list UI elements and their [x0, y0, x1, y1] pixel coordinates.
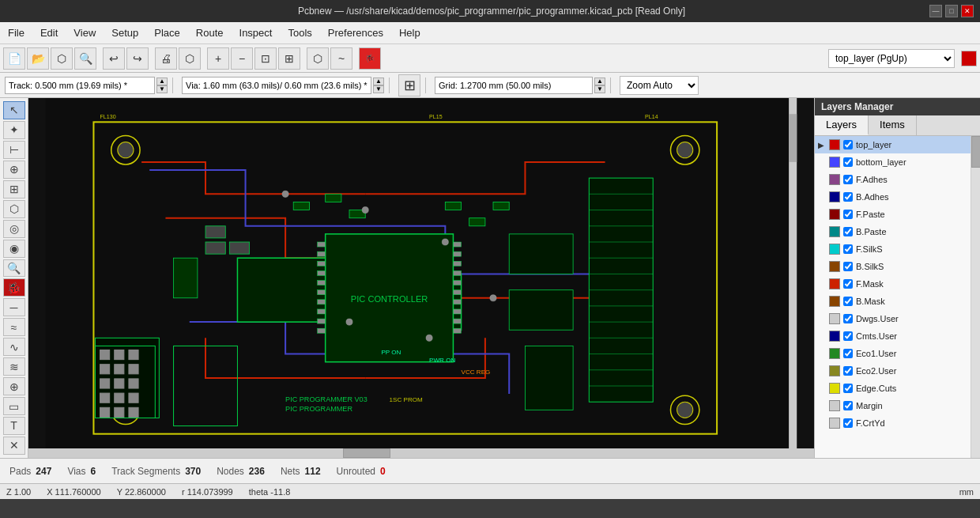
layer-color-btn[interactable]: [961, 51, 977, 66]
ratsnest-button[interactable]: ~: [330, 47, 352, 70]
layer-checkbox-Eco1.User[interactable]: [843, 349, 853, 358]
menu-edit[interactable]: Edit: [32, 24, 66, 42]
new-button[interactable]: 📄: [3, 47, 25, 70]
redo-button[interactable]: ↪: [126, 47, 149, 70]
print-button[interactable]: 🖨: [155, 47, 177, 70]
layer-checkbox-Eco2.User[interactable]: [843, 366, 853, 376]
grid-down[interactable]: ▼: [594, 85, 605, 93]
via-size-input[interactable]: [182, 77, 371, 94]
menu-tools[interactable]: Tools: [280, 24, 319, 42]
menu-inspect[interactable]: Inspect: [232, 24, 281, 42]
zoom-select[interactable]: Zoom Auto Zoom In Zoom Out: [620, 76, 699, 95]
ratsnest-toggle[interactable]: ⊞: [398, 74, 420, 96]
grid-up[interactable]: ▲: [594, 78, 605, 85]
layer-row-f-mask[interactable]: F.Mask: [815, 275, 971, 293]
via-size-up[interactable]: ▲: [373, 78, 384, 85]
highlight-tool[interactable]: ✦: [3, 121, 25, 139]
horizontal-scroll-thumb[interactable]: [343, 448, 390, 458]
pcb-canvas-area[interactable]: PIC CONTROLLER PIC PROGRAMMER V03 PIC PR…: [28, 98, 814, 458]
layer-row-b-paste[interactable]: B.Paste: [815, 223, 971, 240]
track-width-up[interactable]: ▲: [156, 78, 168, 85]
layer-checkbox-F.SilkS[interactable]: [843, 244, 853, 254]
add-via-tool[interactable]: ⊕: [3, 377, 25, 395]
open-button[interactable]: 📂: [27, 47, 49, 70]
zoom-to-fit-button[interactable]: 🔍: [74, 47, 96, 70]
layer-checkbox-Cmts.User[interactable]: [843, 331, 853, 341]
layer-row-edge-cuts[interactable]: Edge.Cuts: [815, 380, 971, 397]
grid-tool[interactable]: ⊞: [3, 180, 25, 199]
grid-input[interactable]: [435, 77, 593, 94]
layers-scroll-thumb[interactable]: [971, 136, 980, 168]
select-tool[interactable]: ↖: [3, 101, 25, 119]
local-coord-tool[interactable]: ⊕: [3, 161, 25, 179]
close-button[interactable]: ✕: [961, 5, 974, 17]
layer-checkbox-B.Paste[interactable]: [843, 227, 853, 236]
layer-checkbox-F.CrtYd[interactable]: [843, 418, 853, 428]
footprint-tool[interactable]: ⬡: [3, 200, 25, 218]
maximize-button[interactable]: □: [945, 5, 958, 17]
layers-scrollbar[interactable]: [971, 136, 980, 458]
add-zone-tool[interactable]: ▭: [3, 397, 25, 415]
layer-row-bottom_layer[interactable]: bottom_layer: [815, 153, 971, 171]
drc-tool[interactable]: 🐞: [3, 278, 25, 297]
inspect-tool[interactable]: 🔍: [3, 259, 25, 278]
track-width-input[interactable]: [5, 77, 155, 94]
netlist-button[interactable]: ⬡: [307, 47, 329, 70]
layer-row-f-silks[interactable]: F.SilkS: [815, 240, 971, 258]
pad-tool[interactable]: ◎: [3, 220, 25, 238]
layer-checkbox-bottom_layer[interactable]: [843, 157, 853, 167]
footprint-editor-button[interactable]: ⬡: [51, 47, 73, 70]
layer-row-top_layer[interactable]: ▶top_layer: [815, 136, 971, 153]
minimize-button[interactable]: —: [929, 5, 942, 17]
menu-place[interactable]: Place: [146, 24, 188, 42]
zoom-in-button[interactable]: +: [207, 47, 229, 70]
layer-checkbox-F.Adhes[interactable]: [843, 175, 853, 184]
layer-checkbox-Margin[interactable]: [843, 401, 853, 410]
layer-row-b-mask[interactable]: B.Mask: [815, 293, 971, 310]
tune-diff-tool[interactable]: ≋: [3, 357, 25, 376]
layer-checkbox-Dwgs.User[interactable]: [843, 314, 853, 323]
layer-row-eco1-user[interactable]: Eco1.User: [815, 345, 971, 362]
zoom-fit-button[interactable]: ⊡: [254, 47, 277, 70]
3d-view-tool[interactable]: ◉: [3, 240, 25, 258]
route-single-tool[interactable]: ─: [3, 298, 25, 316]
tune-tool[interactable]: ∿: [3, 338, 25, 356]
layer-checkbox-F.Paste[interactable]: [843, 210, 853, 219]
layer-checkbox-F.Mask[interactable]: [843, 279, 853, 289]
layer-checkbox-Edge.Cuts[interactable]: [843, 384, 853, 393]
layer-row-f-crtyd[interactable]: F.CrtYd: [815, 414, 971, 432]
layer-row-margin[interactable]: Margin: [815, 397, 971, 414]
menu-file[interactable]: File: [0, 24, 32, 42]
layer-checkbox-top_layer[interactable]: [843, 140, 853, 149]
drc-button[interactable]: 🐞: [359, 47, 381, 70]
menu-preferences[interactable]: Preferences: [320, 24, 391, 42]
tab-layers[interactable]: Layers: [815, 115, 869, 135]
horizontal-scrollbar[interactable]: [28, 448, 814, 458]
layer-checkbox-B.Mask[interactable]: [843, 297, 853, 306]
track-width-down[interactable]: ▼: [156, 85, 168, 93]
layer-selector[interactable]: top_layer (PgUp) bottom_layer (PgDn) F.S…: [828, 49, 955, 68]
zoom-area-button[interactable]: ⊞: [278, 47, 300, 70]
plot-button[interactable]: ⬡: [179, 47, 201, 70]
layer-row-eco2-user[interactable]: Eco2.User: [815, 362, 971, 380]
menu-setup[interactable]: Setup: [104, 24, 146, 42]
menu-route[interactable]: Route: [188, 24, 232, 42]
add-text-tool[interactable]: T: [3, 417, 25, 435]
layer-checkbox-B.Adhes[interactable]: [843, 192, 853, 202]
tab-items[interactable]: Items: [869, 115, 917, 135]
layer-checkbox-B.SilkS[interactable]: [843, 262, 853, 271]
menu-help[interactable]: Help: [391, 24, 428, 42]
via-size-down[interactable]: ▼: [373, 85, 384, 93]
undo-button[interactable]: ↩: [103, 47, 125, 70]
zoom-out-button[interactable]: −: [231, 47, 253, 70]
layer-row-cmts-user[interactable]: Cmts.User: [815, 327, 971, 345]
layer-row-b-adhes[interactable]: B.Adhes: [815, 188, 971, 206]
layer-row-f-adhes[interactable]: F.Adhes: [815, 171, 971, 188]
route-diff-pair-tool[interactable]: ≈: [3, 318, 25, 336]
menu-view[interactable]: View: [66, 24, 104, 42]
measure-tool[interactable]: ⊢: [3, 141, 25, 159]
delete-tool[interactable]: ✕: [3, 437, 25, 455]
layer-row-dwgs-user[interactable]: Dwgs.User: [815, 310, 971, 327]
layer-row-b-silks[interactable]: B.SilkS: [815, 258, 971, 275]
layer-row-f-paste[interactable]: F.Paste: [815, 206, 971, 223]
